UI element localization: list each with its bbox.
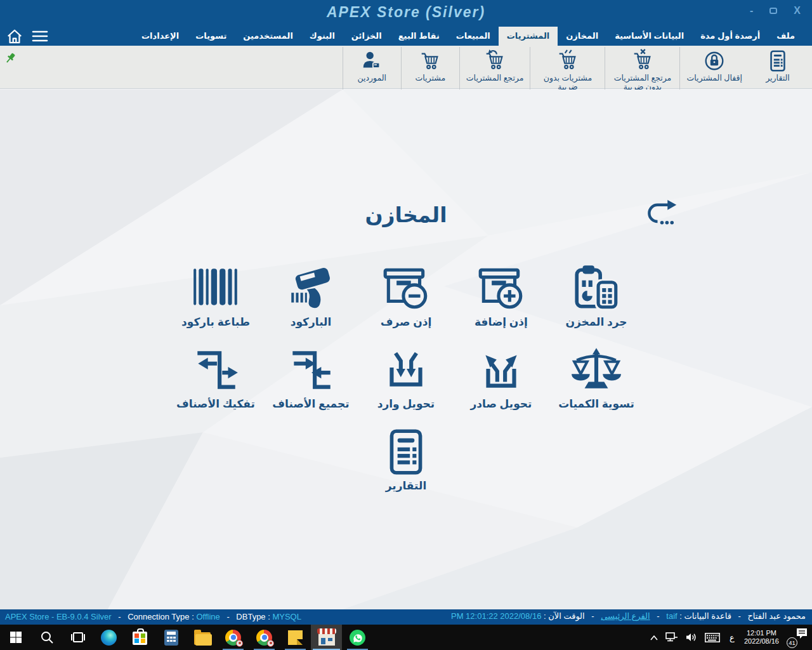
taskbar-apex-store[interactable]: [311, 625, 342, 650]
tab-opening-balances[interactable]: أرصدة أول مدة: [692, 27, 768, 46]
tile-quantity-adjustment[interactable]: تسوية الكميات: [549, 344, 644, 411]
ms-store-icon: [133, 632, 147, 645]
tile-split-items[interactable]: تفكيك الأصناف: [168, 344, 263, 411]
tab-warehouses[interactable]: المخازن: [558, 27, 606, 46]
app-version: APEX Store - EB-9.0.4 Silver: [5, 612, 112, 621]
statusbar: APEX Store - EB-9.0.4 Silver - Connectio…: [0, 609, 812, 625]
tile-merge-items[interactable]: تجميع الأصناف: [263, 344, 358, 411]
minimize-button[interactable]: -: [750, 5, 753, 17]
tab-sales[interactable]: المبيعات: [448, 27, 499, 46]
tab-banks[interactable]: البنوك: [301, 27, 343, 46]
branch-link[interactable]: الفرع الرئيسى: [601, 611, 650, 621]
ribbon-reports-button[interactable]: التقارير: [749, 47, 807, 92]
language-indicator[interactable]: ع: [728, 633, 737, 642]
taskbar-edge[interactable]: [93, 625, 124, 650]
notification-center-button[interactable]: 41: [787, 625, 809, 650]
taskbar-chrome[interactable]: [218, 625, 249, 650]
taskbar-search-button[interactable]: [31, 625, 62, 650]
tray-expand-icon[interactable]: [650, 633, 658, 642]
barcode-scanner-icon: [285, 262, 337, 314]
main-content: المخازن جرد المخزن إذن إضافة إذن صرف: [0, 90, 812, 609]
edge-icon: [101, 630, 117, 646]
tile-incoming-transfer[interactable]: تحويل وارد: [358, 344, 454, 411]
taskbar-file-explorer[interactable]: [187, 625, 218, 650]
inventory-count-icon: [570, 262, 622, 314]
ribbon-suppliers-button[interactable]: الموردين: [343, 47, 401, 92]
reports-icon: [380, 426, 432, 478]
connection-label: Connection Type :: [128, 612, 194, 621]
tile-barcode-print[interactable]: طباعة باركود: [168, 262, 263, 329]
suppliers-icon: [360, 49, 384, 73]
tab-file[interactable]: ملف: [768, 27, 803, 46]
status-right: محمود عبد الفتاح - قاعدة البيانات : taif…: [451, 611, 806, 621]
menu-tabs: ملف أرصدة أول مدة البيانات الأساسية المخ…: [133, 27, 803, 46]
split-items-icon: [190, 344, 242, 396]
ribbon-buttons: الموردين مشتريات مرتجع المشتريات مشتريات…: [343, 47, 807, 92]
whatsapp-icon: [350, 630, 365, 646]
volume-icon[interactable]: [686, 632, 697, 642]
windows-logo-icon: [10, 631, 22, 644]
tray-time: 12:01 PM: [744, 629, 779, 637]
sticky-notes-icon: [288, 630, 303, 645]
close-button[interactable]: X: [794, 5, 801, 17]
tile-outgoing-transfer[interactable]: تحويل صادر: [454, 344, 549, 411]
barcode-print-icon: [190, 262, 242, 314]
tray-clock[interactable]: 12:01 PM 2022/08/16: [744, 629, 779, 646]
tab-basic-data[interactable]: البيانات الأساسية: [606, 27, 692, 46]
dbtype-label: DBType :: [236, 612, 270, 621]
network-icon[interactable]: [665, 632, 678, 642]
tile-add-permit[interactable]: إذن إضافة: [454, 262, 549, 329]
maximize-button[interactable]: [769, 8, 777, 14]
cart-return-icon: [483, 49, 507, 73]
chrome-badge-2: [267, 640, 274, 647]
notification-icon: [796, 628, 808, 639]
chrome-icon-2: [256, 630, 272, 646]
window-controls: - X: [750, 5, 801, 17]
menubar: ملف أرصدة أول مدة البيانات الأساسية المخ…: [0, 27, 812, 46]
cart-icon: [418, 49, 442, 73]
database-label: قاعدة البيانات :: [679, 611, 731, 621]
tab-settings[interactable]: الإعدادات: [133, 27, 187, 46]
tile-barcode[interactable]: الباركود: [263, 262, 358, 329]
ribbon-purchases-button[interactable]: مشتريات: [401, 47, 459, 92]
home-icon[interactable]: [6, 28, 23, 44]
task-view-button[interactable]: [62, 625, 93, 650]
pin-icon[interactable]: [4, 52, 16, 65]
box-minus-icon: [380, 262, 432, 314]
tab-adjustments[interactable]: تسويات: [187, 27, 235, 46]
tab-pos[interactable]: نقاط البيع: [390, 27, 448, 46]
dbtype-value: MYSQL: [272, 612, 301, 621]
ribbon-close-purchases-button[interactable]: إقفال المشتريات: [679, 47, 749, 92]
current-user: محمود عبد الفتاح: [747, 611, 806, 621]
tab-users[interactable]: المستخدمين: [235, 27, 301, 46]
taskbar-calculator[interactable]: [155, 625, 187, 650]
redo-arrow-icon[interactable]: [642, 196, 678, 229]
tab-safes[interactable]: الخزائن: [343, 27, 390, 46]
page-title: المخازن: [0, 202, 812, 227]
search-icon: [40, 630, 54, 644]
time-value: PM 12:01:22 2022/08/16: [451, 611, 541, 621]
ribbon-purchases-no-tax-button[interactable]: مشتريات بدون ضريبة: [530, 47, 605, 92]
window-title: APEX Store (Silver): [0, 4, 812, 21]
tile-issue-permit[interactable]: إذن صرف: [358, 262, 454, 329]
start-button[interactable]: [0, 625, 31, 650]
app-window: APEX Store (Silver) - X ملف أرصدة أول مد…: [0, 0, 812, 650]
calculator-icon: [164, 630, 178, 646]
taskbar-whatsapp[interactable]: [342, 625, 373, 650]
ribbon-purchase-returns-no-tax-button[interactable]: مرتجع المشتريات بدون ضريبة: [605, 47, 679, 92]
taskbar-sticky-notes[interactable]: [280, 625, 311, 650]
ribbon-purchase-returns-button[interactable]: مرتجع المشتريات: [459, 47, 530, 92]
taskbar-chrome-2[interactable]: [249, 625, 280, 650]
hamburger-menu-icon[interactable]: [32, 29, 48, 43]
chrome-badge: [236, 640, 243, 647]
tile-reports[interactable]: التقارير: [358, 426, 454, 493]
tray-date: 2022/08/16: [744, 637, 779, 646]
box-plus-icon: [475, 262, 527, 314]
report-icon: [766, 49, 790, 73]
apex-store-icon: [318, 630, 335, 646]
file-explorer-icon: [194, 632, 211, 645]
tab-purchases[interactable]: المشتريات: [499, 27, 558, 46]
taskbar-ms-store[interactable]: [124, 625, 155, 650]
touch-keyboard-icon[interactable]: [705, 633, 720, 642]
tile-inventory-count[interactable]: جرد المخزن: [549, 262, 644, 329]
